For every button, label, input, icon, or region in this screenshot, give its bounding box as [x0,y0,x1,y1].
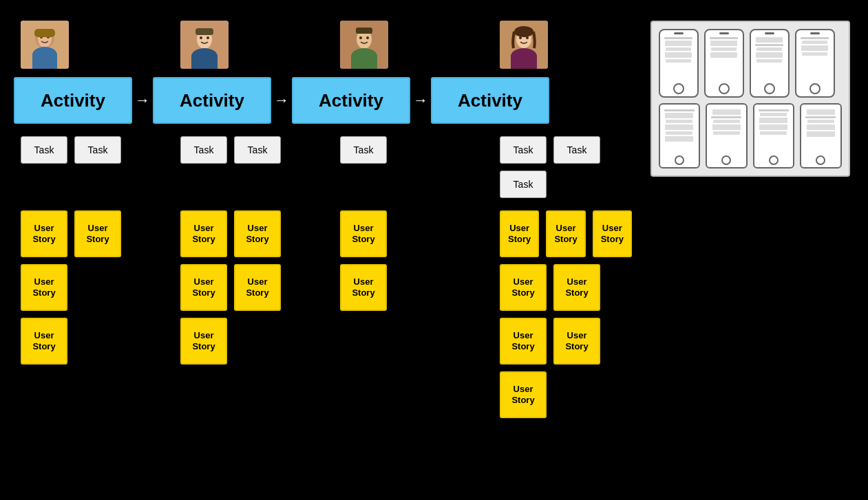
stories-row-3-2: User Story [340,264,472,311]
tasks-col-1: Task Task [14,136,153,164]
wireframes-container [650,21,850,177]
stories-row-1-1: User Story User Story [21,210,153,257]
wireframes-bottom-row [659,103,842,169]
avatar-col-1 [14,21,153,69]
screen-block [665,52,692,58]
story-4-1-3: User Story [593,210,632,257]
svg-point-28 [514,26,533,37]
screen-block-sm [666,131,692,135]
task-1-1: Task [21,136,67,164]
screen-block-sm [666,59,691,63]
screen-block [756,52,783,58]
screen-block-sm [756,59,782,63]
activity-label-3: Activity [319,90,383,111]
story-1-1-2: User Story [74,210,121,257]
screen-block [665,41,692,46]
story-2-1-2: User Story [234,210,281,257]
avatar-col-2 [173,21,313,69]
story-3-1-1: User Story [340,210,387,257]
story-2-2-2: User Story [234,264,281,311]
story-2-1-1: User Story [180,210,227,257]
screen-line [710,37,738,39]
avatar-col-4 [493,21,632,69]
screen-block-sm [713,131,740,135]
task-1-2: Task [74,136,121,164]
task-4-2: Task [553,136,600,164]
svg-rect-7 [34,29,55,37]
story-2-3-1: User Story [180,318,227,365]
stories-row-3-1: User Story [340,210,472,257]
screen-block [759,118,787,123]
screen-block [801,45,828,51]
story-1-2-1: User Story [21,264,67,311]
screen-block [807,124,835,130]
screen-line [664,109,695,111]
activity-box-1: Activity [14,77,132,124]
phone-screen-3 [754,37,785,84]
activity-box-2: Activity [153,77,271,124]
activity-box-3: Activity [292,77,410,124]
tasks-col-4: Task Task Task [493,136,632,198]
screen-block [807,131,835,137]
phone-2 [704,29,744,98]
screen-block [807,109,835,115]
tablet-screen-3 [757,109,791,156]
screen-block-sm [760,131,787,135]
avatar-4 [500,21,548,69]
story-4-3-1: User Story [500,318,547,365]
task-2-1: Task [180,136,227,164]
svg-rect-20 [351,55,377,69]
screen-block-sm [802,52,827,56]
svg-point-10 [200,36,202,39]
task-4-3: Task [500,171,547,198]
stories-row-4-4: User Story [500,371,632,418]
screen-line [759,109,789,111]
task-4-1: Task [500,136,547,164]
svg-rect-13 [191,55,218,69]
stories-section: User Story User Story User Story User St… [14,210,632,425]
tablet-1 [659,103,701,169]
task-3-1: Task [340,136,387,164]
story-2-2-1: User Story [180,264,227,311]
stories-col-2: User Story User Story User Story User St… [173,210,313,425]
screen-block [756,37,783,43]
phone-screen-1 [663,37,695,84]
phone-1 [659,29,699,98]
stories-row-1-3: User Story [21,318,153,365]
wireframes-section [632,21,854,177]
svg-rect-6 [32,54,57,69]
stories-row-2-1: User Story User Story [180,210,313,257]
story-4-1-1: User Story [500,210,539,257]
screen-block-sm [807,120,834,123]
stories-col-3: User Story User Story [333,210,472,425]
avatar-2 [180,21,229,69]
tablet-2 [706,103,748,169]
avatars-row [14,21,632,69]
tasks-col-2: Task Task [173,136,313,164]
activity-label-2: Activity [180,90,244,111]
arrow-1: → [132,91,153,109]
phone-screen-4 [799,37,831,84]
stories-row-4-3: User Story User Story [500,318,632,365]
svg-rect-21 [356,28,372,34]
activity-label-4: Activity [458,90,522,111]
main-container: Activity → Activity → Activity → Activit… [0,0,868,500]
screen-block [665,113,693,118]
story-1-1-1: User Story [21,210,67,257]
svg-point-11 [207,36,209,39]
screen-block [710,52,737,58]
screen-block-sm [666,120,692,123]
svg-rect-14 [195,28,213,35]
story-1-3-1: User Story [21,318,67,365]
screen-block [712,109,741,115]
screen-block-sm [666,47,691,51]
story-3-2-1: User Story [340,264,387,311]
tablet-4 [800,103,842,169]
screen-block-sm [802,41,827,44]
screen-line [805,116,836,118]
story-4-2-1: User Story [500,264,547,311]
stories-row-2-3: User Story [180,318,313,365]
story-4-2-2: User Story [553,264,600,311]
screen-block-sm [760,113,787,116]
tablet-screen-1 [663,109,697,156]
